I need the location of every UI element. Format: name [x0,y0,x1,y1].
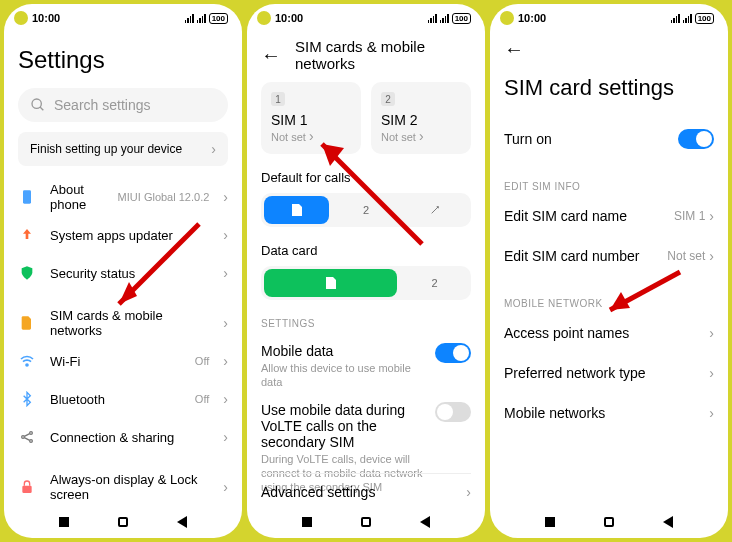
nav-home-button[interactable] [604,517,614,527]
row-apn[interactable]: Access point names › [504,313,714,353]
row-mobile-data[interactable]: Mobile data Allow this device to use mob… [261,337,471,396]
finish-setup-button[interactable]: Finish setting up your device › [18,132,228,166]
signal-icon [440,14,449,23]
battery-icon: 100 [209,13,228,24]
back-button[interactable]: ← [504,38,524,61]
search-placeholder: Search settings [54,97,151,113]
page-title: SIM card settings [504,75,714,101]
row-security[interactable]: Security status › [18,254,228,292]
clock: 10:00 [518,12,546,24]
row-subtitle: Allow this device to use mobile data [261,361,425,390]
search-icon [30,97,46,113]
row-label: About phone [50,182,104,212]
row-label: Bluetooth [50,392,181,407]
sim1-card[interactable]: 1 SIM 1 Not set › [261,82,361,154]
svg-rect-9 [22,486,31,493]
status-bar: 10:00 100 [490,4,728,28]
shield-icon [18,264,36,282]
calls-segmented: 2 [261,193,471,227]
finish-setup-label: Finish setting up your device [30,142,182,156]
status-bar: 10:00 100 [4,4,242,28]
calls-ask-button[interactable] [403,196,468,224]
clock: 10:00 [275,12,303,24]
turn-on-toggle[interactable] [678,129,714,149]
nav-home-button[interactable] [118,517,128,527]
back-button[interactable]: ← [261,44,281,67]
page-title: SIM cards & mobile networks [295,38,471,72]
phone-sim-networks: 10:00 100 ← SIM cards & mobile networks … [247,4,485,538]
nav-home-button[interactable] [361,517,371,527]
row-turn-on[interactable]: Turn on [504,119,714,159]
row-connection[interactable]: Connection & sharing › [18,418,228,456]
nav-back-button[interactable] [177,516,187,528]
search-input[interactable]: Search settings [18,88,228,122]
mobile-data-toggle[interactable] [435,343,471,363]
sim2-card[interactable]: 2 SIM 2 Not set › [371,82,471,154]
nav-back-button[interactable] [420,516,430,528]
chevron-right-icon: › [223,479,228,495]
nav-bar [490,506,728,538]
chevron-right-icon: › [309,128,314,144]
row-sim-networks[interactable]: SIM cards & mobile networks › [18,304,228,342]
update-icon [18,226,36,244]
row-advanced-settings[interactable]: Advanced settings › [261,473,471,500]
sim-name: SIM 2 [381,112,461,128]
chevron-right-icon: › [419,128,424,144]
nav-bar [4,506,242,538]
sim-badge: 2 [381,92,395,106]
svg-point-3 [26,364,28,366]
section-default-calls: Default for calls [261,170,471,185]
row-label: Always-on display & Lock screen [50,472,209,502]
svg-rect-2 [23,190,31,203]
nav-recents-button[interactable] [59,517,69,527]
battery-icon: 100 [452,13,471,24]
section-mobile-network: MOBILE NETWORK [504,298,714,309]
calls-sim2-button[interactable]: 2 [333,196,398,224]
row-edit-name[interactable]: Edit SIM card name SIM 1› [504,196,714,236]
row-side: Off [195,393,209,405]
sim-sub: Not set [271,131,306,143]
camera-dot-icon [500,11,514,25]
section-edit-sim: EDIT SIM INFO [504,181,714,192]
chevron-right-icon: › [223,353,228,369]
row-title: Mobile data [261,343,425,359]
bluetooth-icon [18,390,36,408]
row-title: Use mobile data during VoLTE calls on th… [261,402,425,450]
row-label: Mobile networks [504,405,605,421]
row-about-phone[interactable]: About phone MIUI Global 12.0.2 › [18,178,228,216]
data-segmented: 2 [261,266,471,300]
svg-point-4 [22,436,25,439]
camera-dot-icon [14,11,28,25]
phone-icon [18,188,36,206]
chevron-right-icon: › [466,484,471,500]
row-label: SIM cards & mobile networks [50,308,209,338]
row-wifi[interactable]: Wi-Fi Off › [18,342,228,380]
share-icon [18,428,36,446]
row-label: Connection & sharing [50,430,209,445]
data-sim2-button[interactable]: 2 [401,269,468,297]
sim-sub: Not set [381,131,416,143]
chevron-right-icon: › [211,141,216,157]
nav-recents-button[interactable] [302,517,312,527]
row-aod[interactable]: Always-on display & Lock screen › [18,468,228,506]
row-label: Advanced settings [261,484,375,500]
row-label: Security status [50,266,209,281]
row-mobile-networks[interactable]: Mobile networks › [504,393,714,433]
signal-icon [683,14,692,23]
svg-point-0 [32,99,41,108]
data-sim1-button[interactable] [264,269,397,297]
volte-data-toggle[interactable] [435,402,471,422]
row-preferred-network[interactable]: Preferred network type › [504,353,714,393]
row-bluetooth[interactable]: Bluetooth Off › [18,380,228,418]
svg-line-1 [40,107,43,110]
svg-line-7 [24,434,29,437]
nav-back-button[interactable] [663,516,673,528]
row-edit-number[interactable]: Edit SIM card number Not set› [504,236,714,276]
row-updater[interactable]: System apps updater › [18,216,228,254]
svg-line-8 [24,438,29,441]
chevron-right-icon: › [709,208,714,224]
calls-sim1-button[interactable] [264,196,329,224]
signal-icon [197,14,206,23]
nav-recents-button[interactable] [545,517,555,527]
row-label: Preferred network type [504,365,646,381]
